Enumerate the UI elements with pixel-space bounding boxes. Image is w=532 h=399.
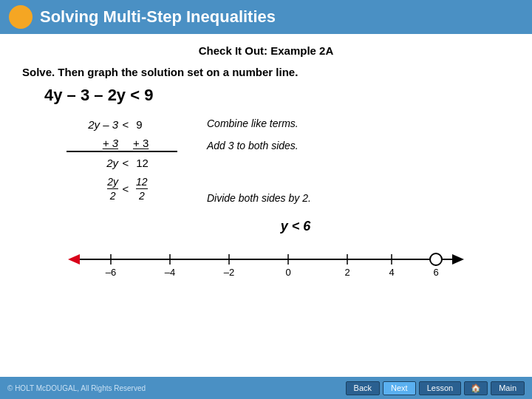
step4-op: <: [118, 183, 133, 195]
fraction-right-num: 12: [136, 176, 148, 189]
svg-text:4: 4: [389, 267, 394, 278]
step4-col2: 12 2: [133, 176, 177, 202]
fraction-right-den: 2: [139, 189, 145, 202]
note-3: [207, 160, 311, 177]
footer: © HOLT McDOUGAL, All Rights Reserved Bac…: [0, 377, 532, 399]
subtitle: Check It Out: Example 2A: [22, 44, 510, 57]
next-button[interactable]: Next: [383, 381, 416, 395]
note-1: Combine like terms.: [207, 115, 311, 133]
back-button[interactable]: Back: [346, 381, 380, 395]
number-line: –6 –4 –2 0 2 4 6: [52, 243, 510, 287]
step1-col1: 2y – 3: [66, 118, 118, 131]
main-button[interactable]: Main: [491, 381, 525, 395]
step-row-4: 2y 2 < 12 2: [66, 176, 177, 202]
steps-container: 2y – 3 < 9 + 3 + 3 2y < 12 2y: [66, 115, 510, 211]
note-4: Divide both sides by 2.: [207, 186, 311, 211]
right-notes: Combine like terms. Add 3 to both sides.…: [207, 115, 311, 211]
step4-col1: 2y 2: [66, 176, 118, 202]
svg-marker-2: [452, 254, 464, 265]
header: Solving Multi-Step Inequalities: [0, 0, 532, 34]
result: y < 6: [81, 219, 510, 234]
step3-op: <: [118, 157, 133, 169]
fraction-right: 12 2: [136, 176, 148, 202]
svg-text:–6: –6: [106, 267, 116, 278]
page-title: Solving Multi-Step Inequalities: [40, 7, 276, 27]
left-steps: 2y – 3 < 9 + 3 + 3 2y < 12 2y: [66, 115, 177, 202]
step-row-3: 2y < 12: [66, 154, 177, 171]
svg-text:2: 2: [344, 267, 349, 278]
main-equation: 4y – 3 – 2y < 9: [44, 86, 510, 105]
fraction-left-den: 2: [110, 189, 116, 202]
copyright: © HOLT McDOUGAL, All Rights Reserved: [7, 384, 146, 392]
note1-text: Combine like terms.: [207, 117, 299, 132]
fraction-left-num: 2y: [107, 176, 118, 189]
step-row-1: 2y – 3 < 9: [66, 115, 177, 133]
step1-col2: 9: [133, 118, 177, 131]
step3-col1: 2y: [66, 157, 118, 169]
main-content: Check It Out: Example 2A Solve. Then gra…: [0, 34, 532, 295]
note4-text: Divide both sides by 2.: [207, 191, 311, 206]
problem-statement: Solve. Then graph the solution set on a …: [22, 64, 510, 80]
home-button[interactable]: 🏠: [464, 381, 488, 395]
svg-text:–2: –2: [224, 267, 234, 278]
svg-text:–4: –4: [165, 267, 175, 278]
footer-buttons: Back Next Lesson 🏠 Main: [346, 381, 525, 395]
note-2: Add 3 to both sides.: [207, 137, 311, 155]
svg-point-15: [430, 253, 442, 265]
lesson-button[interactable]: Lesson: [419, 381, 461, 395]
orange-circle-icon: [9, 5, 33, 29]
svg-text:0: 0: [285, 267, 290, 278]
step2-col1: + 3: [66, 137, 118, 149]
fraction-left: 2y 2: [107, 176, 118, 202]
step3-col2: 12: [133, 157, 177, 169]
step2-col2: + 3: [133, 137, 177, 149]
svg-text:6: 6: [433, 267, 438, 278]
number-line-svg: –6 –4 –2 0 2 4 6: [52, 243, 480, 284]
step1-op: <: [118, 118, 133, 131]
svg-marker-1: [68, 254, 80, 265]
note2-text: Add 3 to both sides.: [207, 139, 299, 154]
step-row-2: + 3 + 3: [66, 134, 177, 152]
